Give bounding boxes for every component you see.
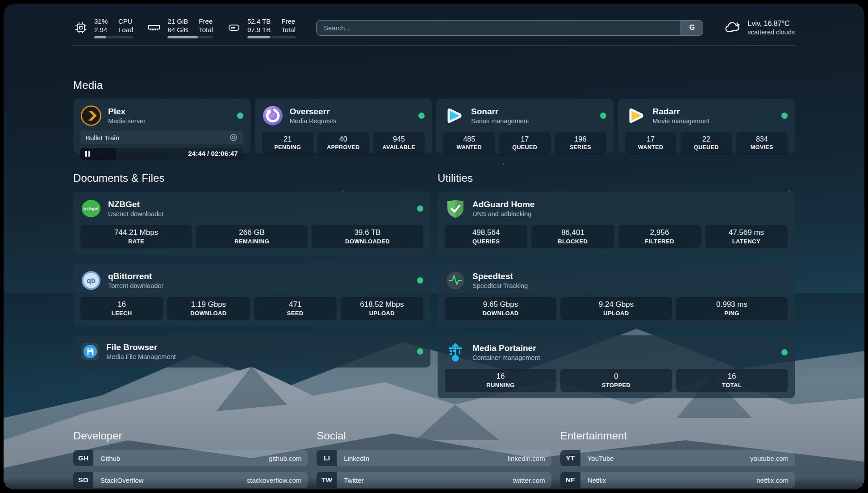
dashboard-window: 31%2.94 CPULoad 21 GiB64 GiB FreeTotal 5… [4,4,864,489]
metric-box: 86,401 BLOCKED [531,225,614,248]
section-media: Media Plex Media server Bullet Train 24:… [73,79,795,153]
bookmark-groups: Developer GH Github github.com SO StackO… [73,430,795,489]
metric-box: 1.19 Gbps DOWNLOAD [167,297,250,320]
service-card-plex[interactable]: Plex Media server Bullet Train 24:44 / 0… [73,99,250,153]
service-description: Speedtest Tracking [472,282,528,290]
metric-box: 485 WANTED [443,132,495,155]
search-bar[interactable]: G [316,20,704,36]
bookmark-group-entertainment: Entertainment YT YouTube youtube.com NF … [560,430,795,489]
metric-value: 0 [562,371,670,381]
qbittorrent-icon: qb [80,270,102,291]
metric-label: QUERIES [447,238,526,245]
cloud-icon [724,19,742,37]
section-utilities: Utilities AdGuard Home DNS and adblockin… [438,172,795,398]
stat-label-top: Free [199,17,213,25]
metric-box: 47.569 ms LATENCY [705,225,788,248]
weather-location-temp: Lviv, 16.87°C [747,19,795,28]
pause-icon[interactable] [85,151,90,157]
metric-value: 16 [447,371,555,381]
svg-text:qb: qb [87,277,96,284]
metric-value: 9.65 Gbps [447,299,555,309]
metric-value: 16 [678,371,786,381]
service-card-overseerr[interactable]: Overseerr Media Requests 21 PENDING 40 A… [255,99,432,153]
nzbget-icon: nzbget [80,198,102,219]
bookmark-url: youtube.com [750,455,789,462]
bookmark-name: YouTube [588,455,614,462]
bookmark-abbr: SO [73,472,93,488]
bookmark-group-developer: Developer GH Github github.com SO StackO… [73,430,308,489]
metric-box: 0.993 ms PING [676,297,788,320]
metric-label: UPLOAD [562,309,670,317]
service-card-speedtest[interactable]: Speedtest Speedtest Tracking 9.65 Gbps D… [438,263,795,326]
bookmark-name: Twitter [344,476,363,484]
metric-box: 196 SERIES [555,132,606,155]
search-input[interactable] [317,21,681,35]
plex-icon [80,105,102,126]
metric-label: PING [678,309,786,317]
bookmark-group-title: Developer [73,430,308,442]
speedtest-icon [445,270,466,291]
metric-box: 9.24 Gbps UPLOAD [560,297,672,320]
service-card-sonarr[interactable]: Sonarr Series management 485 WANTED 17 Q… [436,99,613,153]
metric-box: 618.52 Mbps UPLOAD [341,297,423,320]
metric-label: TOTAL [678,381,786,389]
stat-value-bottom: 97.9 TB [247,25,271,34]
now-playing-row[interactable]: Bullet Train [80,131,243,144]
bookmark-link-netflix[interactable]: NF Netflix netflix.com [560,472,795,488]
overseerr-icon [262,105,284,126]
service-card-file-browser[interactable]: File Browser Media File Management [73,335,430,368]
bookmark-name: Netflix [588,476,606,484]
metric-value: 17 [501,134,549,144]
bookmark-abbr: TW [317,472,337,488]
stat-label-bottom: Total [281,25,296,34]
metric-label: DOWNLOAD [447,309,555,317]
metric-box: 9.65 Gbps DOWNLOAD [445,297,556,320]
metric-label: LEECH [82,309,161,317]
bookmark-abbr: LI [317,450,337,466]
usage-progress-fill [167,36,198,38]
stat-value-bottom: 2.94 [94,25,108,34]
service-card-nzbget[interactable]: nzbget NZBGet Usenet downloader 744.21 M… [73,192,430,255]
metric-box: 39.6 TB DOWNLOADED [312,225,423,248]
metric-label: SEED [256,309,335,317]
weather-widget[interactable]: Lviv, 16.87°C scattered clouds [724,19,795,37]
adguard-icon [445,198,466,219]
bookmark-url: netflix.com [756,476,789,484]
playback-progressbar[interactable]: 24:44 / 02:06:47 [80,148,243,160]
stat-value-top: 31% [94,17,108,25]
metric-value: 471 [256,299,335,309]
svg-text:nzbget: nzbget [83,206,99,211]
service-name: NZBGet [108,199,164,210]
service-card-media-portainer[interactable]: Media Portainer Container management 16 … [438,335,795,398]
metric-value: 196 [556,134,605,144]
cpu-icon [73,20,88,35]
service-card-adguard-home[interactable]: AdGuard Home DNS and adblocking 498,564 … [438,192,795,255]
header-bar: 31%2.94 CPULoad 21 GiB64 GiB FreeTotal 5… [73,4,795,38]
portainer-icon [445,342,466,363]
metric-box: 40 APPROVED [317,132,369,155]
stat-label-bottom: Load [118,25,133,34]
bookmark-link-linkedin[interactable]: LI LinkedIn linkedin.com [317,450,551,466]
service-description: Torrent downloader [108,282,163,290]
bookmark-group-social: Social LI LinkedIn linkedin.com TW Twitt… [317,430,551,489]
ram-icon [146,20,162,35]
metric-value: 2,956 [620,227,699,238]
documents-cards: nzbget NZBGet Usenet downloader 744.21 M… [73,192,430,368]
status-online-dot [600,113,606,119]
stream-icon [229,133,238,142]
bookmark-link-twitter[interactable]: TW Twitter twitter.com [317,472,551,488]
metric-box: 266 GB REMAINING [196,225,308,248]
bookmark-link-github[interactable]: GH Github github.com [73,450,308,466]
section-title-utilities: Utilities [438,172,795,184]
service-card-radarr[interactable]: Radarr Movie management 17 WANTED 22 QUE… [618,99,795,153]
bookmark-link-youtube[interactable]: YT YouTube youtube.com [560,450,795,466]
metrics-row: 16 RUNNING 0 STOPPED 16 TOTAL [445,369,788,392]
metrics-row: 17 WANTED 22 QUEUED 834 MOVIES [625,132,788,155]
search-engine-button[interactable]: G [680,21,703,35]
service-description: Media Requests [290,117,337,125]
metric-box: 17 QUEUED [499,132,551,155]
bookmark-link-stackoverflow[interactable]: SO StackOverflow stackoverflow.com [73,472,308,488]
metric-label: STOPPED [562,381,670,389]
metric-box: 17 WANTED [625,132,677,155]
service-card-qbittorrent[interactable]: qb qBittorrent Torrent downloader 16 LEE… [73,263,430,326]
